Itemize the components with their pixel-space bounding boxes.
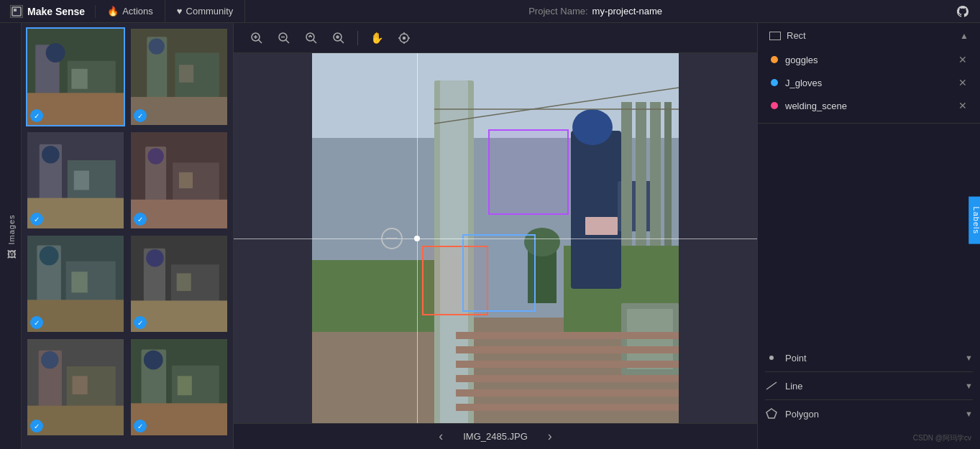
svg-line-95 <box>766 382 777 389</box>
polygon-tool-label: Polygon <box>785 409 819 420</box>
crosshair-button[interactable] <box>393 28 416 48</box>
project-value: my-project-name <box>592 6 663 17</box>
thumbnail-3[interactable]: ✓ <box>26 131 125 230</box>
svg-rect-31 <box>27 300 124 332</box>
svg-point-57 <box>306 33 314 41</box>
svg-rect-6 <box>71 69 87 89</box>
thumbnail-2[interactable]: ✓ <box>129 27 229 126</box>
menu-item-actions[interactable]: 🔥 Actions <box>96 0 165 23</box>
svg-point-61 <box>336 36 339 38</box>
thumbnail-1[interactable]: ✓ <box>26 27 125 126</box>
label-delete-j-gloves[interactable]: ✕ <box>958 77 967 88</box>
svg-rect-80 <box>650 102 661 246</box>
svg-point-35 <box>146 249 164 267</box>
canvas-toolbar: ✋ <box>234 23 757 53</box>
project-name-area: Project Name: my-project-name <box>245 6 945 17</box>
canvas-viewport[interactable] <box>234 53 757 423</box>
github-icon[interactable] <box>956 4 970 19</box>
polygon-tool-chevron: ▼ <box>965 409 973 418</box>
thumbnail-6[interactable]: ✓ <box>129 234 229 333</box>
svg-rect-74 <box>440 80 468 424</box>
svg-point-5 <box>46 43 65 63</box>
svg-rect-78 <box>621 102 632 246</box>
svg-rect-36 <box>177 273 191 291</box>
thumbnail-4[interactable]: ✓ <box>129 131 229 230</box>
thumbnail-5[interactable]: ✓ <box>26 234 125 333</box>
label-color-j-gloves <box>771 79 778 86</box>
zoom-reset-button[interactable] <box>327 28 350 48</box>
pan-icon: ✋ <box>370 32 384 45</box>
topbar-menu: 🔥 Actions ♥ Community <box>96 0 245 23</box>
svg-rect-24 <box>179 172 193 188</box>
svg-rect-18 <box>74 171 89 190</box>
svg-rect-75 <box>571 131 621 289</box>
rect-chevron: ▲ <box>960 31 968 41</box>
rect-section-header[interactable]: Rect ▲ <box>758 23 980 48</box>
zoom-out-button[interactable] <box>273 28 296 48</box>
svg-line-58 <box>313 40 317 43</box>
thumb-check-8: ✓ <box>134 420 147 432</box>
thumb-check-5: ✓ <box>30 316 43 329</box>
label-item-j-gloves: J_gloves ✕ <box>764 71 974 94</box>
watermark: CSDN @阿玛学cv <box>758 427 980 449</box>
images-sidebar[interactable]: 🖼 Images <box>0 23 22 449</box>
label-name-j-gloves: J_gloves <box>785 78 958 88</box>
svg-rect-43 <box>27 406 124 435</box>
thumbnails-panel: ✓ ✓ <box>22 23 234 449</box>
thumb-img-6 <box>131 236 227 332</box>
logo-icon <box>10 5 23 18</box>
label-delete-welding[interactable]: ✕ <box>958 100 967 111</box>
point-tool-chevron: ▼ <box>965 353 973 362</box>
thumb-check-2: ✓ <box>134 109 147 122</box>
actions-label: Actions <box>122 6 153 17</box>
svg-rect-25 <box>131 200 227 228</box>
label-item-goggles: goggles ✕ <box>764 48 974 71</box>
topbar-right <box>945 4 980 19</box>
svg-rect-89 <box>456 346 679 353</box>
labels-tab-text: Labels <box>972 206 980 233</box>
thumb-check-3: ✓ <box>30 213 43 226</box>
svg-point-11 <box>149 38 165 54</box>
community-icon: ♥ <box>177 6 183 17</box>
zoom-fit-button[interactable] <box>300 28 323 48</box>
svg-rect-7 <box>27 93 124 125</box>
rect-section-title: Rect <box>769 30 806 41</box>
project-label: Project Name: <box>528 6 587 17</box>
polygon-tool-row[interactable]: Polygon ▼ <box>758 400 980 427</box>
next-image-button[interactable]: › <box>542 429 558 444</box>
labels-vertical-tab[interactable]: Labels <box>968 196 980 244</box>
images-tab-label: Images <box>7 214 16 244</box>
thumbnail-8[interactable]: ✓ <box>129 338 229 437</box>
svg-point-29 <box>40 246 59 266</box>
svg-rect-1 <box>14 9 17 11</box>
thumb-img-5 <box>27 236 124 332</box>
label-list: goggles ✕ J_gloves ✕ welding_scene ✕ <box>758 48 980 123</box>
images-tab-icon: 🖼 <box>6 248 17 258</box>
pan-button[interactable]: ✋ <box>365 28 388 48</box>
label-color-welding <box>771 102 778 109</box>
image-filename: IMG_2485.JPG <box>463 431 528 442</box>
line-tool-row[interactable]: Line ▼ <box>758 372 980 399</box>
thumbnail-7[interactable]: ✓ <box>26 338 125 437</box>
zoom-in-button[interactable] <box>245 28 268 48</box>
thumb-check-7: ✓ <box>30 420 43 432</box>
logo[interactable]: Make Sense <box>0 5 96 18</box>
svg-rect-12 <box>179 65 193 83</box>
polygon-tool-icon <box>765 407 778 420</box>
svg-rect-79 <box>636 102 646 246</box>
svg-rect-48 <box>178 376 192 395</box>
thumb-img-3 <box>27 132 124 228</box>
point-tool-icon <box>765 351 778 364</box>
svg-rect-37 <box>131 300 227 332</box>
svg-rect-49 <box>131 403 227 435</box>
main-canvas-image[interactable] <box>312 53 679 423</box>
svg-point-41 <box>41 351 59 369</box>
canvas-svg <box>312 53 679 423</box>
point-tool-row[interactable]: Point ▼ <box>758 344 980 371</box>
right-sidebar: Labels Rect ▲ goggles ✕ J_glo <box>757 23 980 449</box>
line-tool-label: Line <box>785 381 803 392</box>
prev-image-button[interactable]: ‹ <box>433 429 449 444</box>
menu-item-community[interactable]: ♥ Community <box>165 0 245 23</box>
svg-rect-13 <box>131 97 227 125</box>
label-delete-goggles[interactable]: ✕ <box>958 54 967 65</box>
